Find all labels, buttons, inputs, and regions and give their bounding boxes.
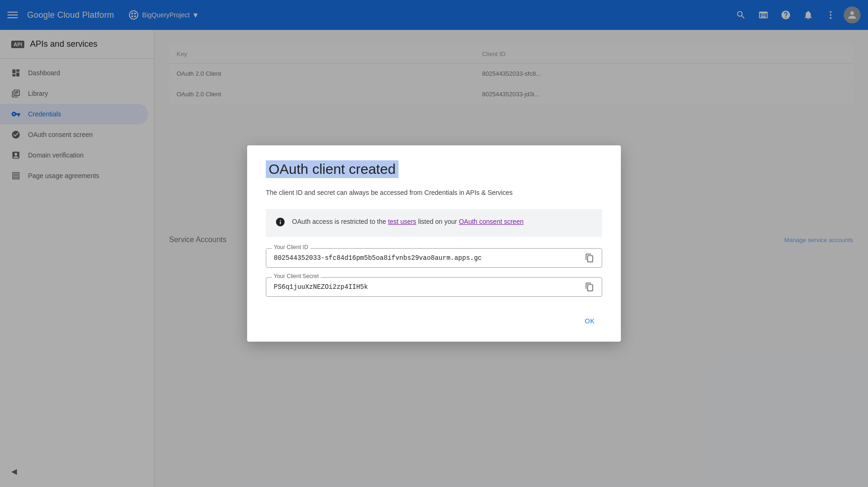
client-secret-value: PS6q1juuXzNEZOi2zp4IIH5k <box>274 283 579 291</box>
client-secret-label: Your Client Secret <box>272 273 320 279</box>
test-users-link[interactable]: test users <box>388 218 416 225</box>
client-id-field-box: Your Client ID 802544352033-sfc84d16pm5b… <box>266 248 602 268</box>
client-id-field-group: Your Client ID 802544352033-sfc84d16pm5b… <box>266 248 602 268</box>
client-secret-field-group: Your Client Secret PS6q1juuXzNEZOi2zp4II… <box>266 277 602 297</box>
oauth-created-modal: OAuth client created The client ID and s… <box>247 145 621 342</box>
client-secret-field-box: Your Client Secret PS6q1juuXzNEZOi2zp4II… <box>266 277 602 297</box>
info-icon <box>275 217 285 229</box>
modal-info-box: OAuth access is restricted to the test u… <box>266 209 602 237</box>
ok-button[interactable]: OK <box>577 314 602 329</box>
client-id-value: 802544352033-sfc84d16pm5b5oa8ifvnbs29vao… <box>274 254 579 262</box>
client-id-label: Your Client ID <box>272 244 310 251</box>
client-secret-copy-button[interactable] <box>582 279 597 294</box>
oauth-consent-link[interactable]: OAuth consent screen <box>459 218 524 225</box>
modal-description: The client ID and secret can always be a… <box>266 187 602 198</box>
info-text-middle: listed on your <box>416 218 459 225</box>
modal-title: OAuth client created <box>266 160 398 178</box>
modal-overlay: OAuth client created The client ID and s… <box>0 0 868 487</box>
modal-footer: OK <box>266 306 602 329</box>
client-id-copy-button[interactable] <box>582 251 597 265</box>
info-text-before: OAuth access is restricted to the <box>292 218 388 225</box>
modal-info-text: OAuth access is restricted to the test u… <box>292 216 524 227</box>
